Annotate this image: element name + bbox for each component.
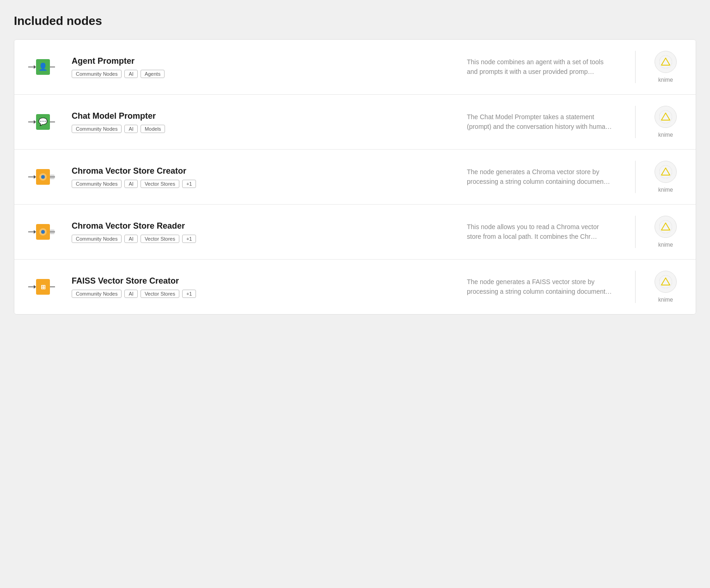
node-divider-chat-model-prompter bbox=[635, 106, 636, 138]
node-vendor-chroma-vector-store-creator: knime bbox=[645, 161, 686, 193]
vendor-label-chroma-vector-store-creator: knime bbox=[658, 187, 673, 193]
node-row-chroma-vector-store-creator[interactable]: Chroma Vector Store Creator Community No… bbox=[14, 150, 696, 205]
node-row-chat-model-prompter[interactable]: 💬 Chat Model Prompter Community NodesAIM… bbox=[14, 95, 696, 150]
node-tags-chroma-vector-store-reader: Community NodesAIVector Stores+1 bbox=[72, 235, 456, 243]
svg-rect-29 bbox=[50, 230, 55, 234]
node-tag: +1 bbox=[182, 235, 196, 243]
vendor-label-chat-model-prompter: knime bbox=[658, 132, 673, 138]
vendor-logo-chroma-vector-store-creator bbox=[655, 161, 677, 183]
svg-point-30 bbox=[659, 220, 672, 233]
node-tags-chroma-vector-store-creator: Community NodesAIVector Stores+1 bbox=[72, 180, 456, 188]
svg-point-18 bbox=[41, 175, 45, 179]
vendor-logo-chroma-vector-store-reader bbox=[655, 216, 677, 238]
node-tag: AI bbox=[124, 70, 137, 78]
vendor-logo-agent-prompter bbox=[655, 51, 677, 73]
node-name-faiss-vector-store-creator: FAISS Vector Store Creator bbox=[72, 276, 456, 286]
node-tag: Community Nodes bbox=[72, 290, 122, 298]
node-tags-chat-model-prompter: Community NodesAIModels bbox=[72, 125, 456, 133]
svg-marker-15 bbox=[34, 175, 36, 179]
svg-text:⊞: ⊞ bbox=[41, 284, 46, 291]
node-name-chroma-vector-store-creator: Chroma Vector Store Creator bbox=[72, 166, 456, 176]
node-tag: Community Nodes bbox=[72, 180, 122, 188]
node-info-chroma-vector-store-reader: Chroma Vector Store Reader Community Nod… bbox=[72, 221, 456, 243]
node-vendor-agent-prompter: knime bbox=[645, 51, 686, 83]
vendor-label-agent-prompter: knime bbox=[658, 77, 673, 83]
node-tag: Community Nodes bbox=[72, 70, 122, 78]
node-tag: +1 bbox=[182, 290, 196, 298]
node-icon-agent-prompter: 👤 bbox=[24, 55, 61, 79]
node-tag: +1 bbox=[182, 180, 196, 188]
node-icon-chroma-vector-store-reader bbox=[24, 220, 61, 243]
svg-point-27 bbox=[41, 230, 45, 234]
node-desc-chat-model-prompter: The Chat Model Prompter takes a statemen… bbox=[467, 112, 615, 132]
svg-text:💬: 💬 bbox=[38, 117, 48, 126]
svg-point-21 bbox=[659, 165, 672, 178]
node-info-chroma-vector-store-creator: Chroma Vector Store Creator Community No… bbox=[72, 166, 456, 188]
node-desc-faiss-vector-store-creator: The node generates a FAISS vector store … bbox=[467, 277, 615, 297]
node-tag: AI bbox=[124, 125, 137, 133]
svg-rect-20 bbox=[50, 175, 55, 179]
node-divider-chroma-vector-store-creator bbox=[635, 161, 636, 193]
vendor-logo-chat-model-prompter bbox=[655, 106, 677, 128]
node-tag: Vector Stores bbox=[141, 290, 179, 298]
node-tag: Vector Stores bbox=[141, 235, 179, 243]
node-info-chat-model-prompter: Chat Model Prompter Community NodesAIMod… bbox=[72, 111, 456, 133]
node-vendor-faiss-vector-store-creator: knime bbox=[645, 271, 686, 303]
node-tag: Community Nodes bbox=[72, 235, 122, 243]
svg-marker-24 bbox=[34, 230, 36, 234]
svg-marker-33 bbox=[34, 285, 36, 289]
node-icon-chroma-vector-store-creator bbox=[24, 165, 61, 188]
nodes-list: 👤 Agent Prompter Community NodesAIAgents… bbox=[14, 39, 696, 315]
node-row-faiss-vector-store-creator[interactable]: ⊞ FAISS Vector Store Creator Community N… bbox=[14, 260, 696, 314]
node-tag: AI bbox=[124, 235, 137, 243]
svg-point-5 bbox=[659, 55, 672, 68]
svg-marker-8 bbox=[34, 120, 36, 124]
node-info-faiss-vector-store-creator: FAISS Vector Store Creator Community Nod… bbox=[72, 276, 456, 298]
node-tag: AI bbox=[124, 290, 137, 298]
node-tag: Vector Stores bbox=[141, 180, 179, 188]
svg-point-12 bbox=[659, 110, 672, 123]
node-vendor-chat-model-prompter: knime bbox=[645, 106, 686, 138]
node-divider-agent-prompter bbox=[635, 51, 636, 83]
node-name-chat-model-prompter: Chat Model Prompter bbox=[72, 111, 456, 121]
vendor-logo-faiss-vector-store-creator bbox=[655, 271, 677, 293]
node-desc-chroma-vector-store-creator: The node generates a Chroma vector store… bbox=[467, 167, 615, 187]
node-name-agent-prompter: Agent Prompter bbox=[72, 56, 456, 66]
node-icon-chat-model-prompter: 💬 bbox=[24, 110, 61, 133]
node-info-agent-prompter: Agent Prompter Community NodesAIAgents bbox=[72, 56, 456, 78]
node-tags-agent-prompter: Community NodesAIAgents bbox=[72, 70, 456, 78]
node-row-chroma-vector-store-reader[interactable]: Chroma Vector Store Reader Community Nod… bbox=[14, 205, 696, 260]
node-tag: Agents bbox=[141, 70, 165, 78]
svg-marker-1 bbox=[34, 65, 36, 69]
node-desc-chroma-vector-store-reader: This node allows you to read a Chroma ve… bbox=[467, 222, 615, 242]
node-divider-chroma-vector-store-reader bbox=[635, 216, 636, 248]
node-divider-faiss-vector-store-creator bbox=[635, 271, 636, 303]
vendor-label-faiss-vector-store-creator: knime bbox=[658, 297, 673, 303]
node-vendor-chroma-vector-store-reader: knime bbox=[645, 216, 686, 248]
svg-point-37 bbox=[659, 275, 672, 288]
node-row-agent-prompter[interactable]: 👤 Agent Prompter Community NodesAIAgents… bbox=[14, 40, 696, 95]
node-tags-faiss-vector-store-creator: Community NodesAIVector Stores+1 bbox=[72, 290, 456, 298]
svg-text:👤: 👤 bbox=[38, 62, 48, 71]
node-desc-agent-prompter: This node combines an agent with a set o… bbox=[467, 57, 615, 77]
node-tag: Models bbox=[141, 125, 165, 133]
node-name-chroma-vector-store-reader: Chroma Vector Store Reader bbox=[72, 221, 456, 231]
vendor-label-chroma-vector-store-reader: knime bbox=[658, 242, 673, 248]
node-icon-faiss-vector-store-creator: ⊞ bbox=[24, 275, 61, 298]
node-tag: Community Nodes bbox=[72, 125, 122, 133]
node-tag: AI bbox=[124, 180, 137, 188]
page-title: Included nodes bbox=[14, 14, 696, 28]
